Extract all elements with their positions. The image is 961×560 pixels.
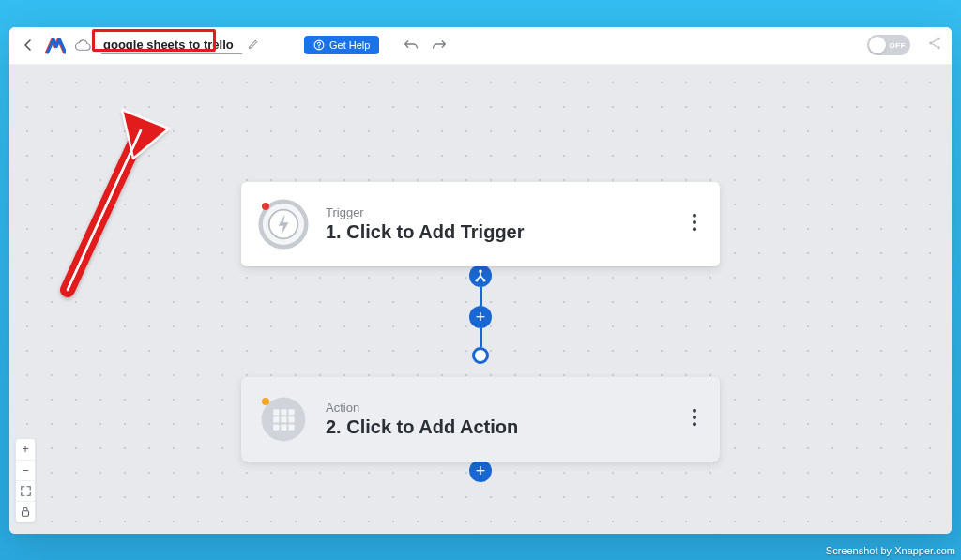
svg-point-4 (937, 46, 940, 50)
connector-1: + (469, 266, 492, 377)
svg-point-1 (318, 47, 319, 48)
svg-point-28 (693, 408, 696, 412)
svg-point-12 (693, 213, 696, 217)
svg-point-3 (937, 37, 940, 40)
undo-button[interactable] (404, 37, 419, 53)
toggle-knob-icon (869, 37, 886, 53)
kebab-icon (692, 213, 697, 232)
zoom-out-button[interactable]: − (16, 460, 35, 480)
open-node-button[interactable] (472, 347, 489, 364)
app-logo (45, 35, 66, 55)
share-button[interactable] (927, 36, 942, 54)
lock-view-button[interactable] (16, 501, 35, 522)
svg-point-30 (693, 422, 696, 426)
workflow-flow: Trigger 1. Click to Add Trigger (241, 182, 720, 482)
workflow-title (101, 36, 259, 54)
svg-line-5 (68, 130, 141, 290)
get-help-button[interactable]: Get Help (304, 36, 379, 54)
cloud-icon (74, 38, 91, 52)
plus-icon: + (476, 462, 486, 479)
trigger-text: Trigger 1. Click to Add Trigger (326, 205, 686, 243)
workflow-title-input[interactable] (101, 36, 242, 54)
svg-rect-24 (288, 416, 294, 422)
svg-rect-20 (281, 409, 286, 415)
redo-icon (432, 38, 447, 50)
arrow-annotation (47, 102, 178, 309)
chevron-left-icon (23, 39, 33, 51)
edit-title-button[interactable] (248, 37, 259, 53)
action-label: Action (326, 401, 686, 415)
action-title: 2. Click to Add Action (326, 416, 686, 438)
undo-redo-group (404, 37, 447, 53)
top-bar: Get Help OFF (9, 27, 952, 65)
svg-rect-21 (288, 409, 294, 415)
route-node-button[interactable] (469, 265, 492, 287)
svg-rect-27 (288, 424, 294, 430)
svg-rect-23 (281, 416, 286, 422)
get-help-label: Get Help (329, 39, 370, 51)
svg-marker-6 (122, 110, 169, 159)
trigger-icon-wrap (258, 199, 309, 250)
trigger-label: Trigger (326, 205, 686, 219)
fit-view-button[interactable] (16, 480, 35, 501)
svg-rect-31 (22, 510, 28, 516)
watermark-text: Screenshot by Xnapper.com (826, 545, 955, 556)
svg-point-13 (693, 220, 696, 224)
trigger-menu-button[interactable] (686, 207, 703, 241)
action-menu-button[interactable] (686, 402, 703, 436)
expand-icon (21, 486, 31, 496)
add-step-end-button[interactable]: + (469, 460, 492, 482)
svg-point-17 (482, 279, 485, 281)
toggle-state-label: OFF (890, 41, 907, 50)
undo-icon (404, 38, 419, 50)
zoom-controls: + − (15, 438, 36, 522)
trigger-card[interactable]: Trigger 1. Click to Add Trigger (241, 182, 720, 266)
svg-line-8 (68, 130, 141, 290)
workflow-enable-toggle[interactable]: OFF (867, 35, 910, 55)
zoom-in-button[interactable]: + (16, 439, 35, 460)
sync-status[interactable] (73, 36, 92, 54)
action-text: Action 2. Click to Add Action (326, 401, 686, 438)
svg-point-16 (475, 279, 478, 281)
lock-icon (21, 507, 30, 517)
kebab-icon (692, 408, 697, 427)
svg-rect-19 (273, 409, 279, 415)
trigger-status-dot (262, 203, 269, 210)
app-window: Get Help OFF (9, 27, 952, 534)
svg-rect-26 (281, 424, 286, 430)
route-icon (473, 268, 488, 283)
action-status-dot (262, 398, 269, 405)
plus-icon: + (476, 309, 486, 325)
svg-point-2 (929, 41, 933, 45)
share-icon (927, 36, 942, 51)
workflow-canvas[interactable]: Trigger 1. Click to Add Trigger (9, 65, 952, 534)
help-icon (313, 39, 325, 51)
svg-rect-22 (273, 416, 279, 422)
add-step-button[interactable]: + (469, 306, 492, 328)
plus-icon: + (22, 442, 29, 456)
redo-button[interactable] (432, 37, 447, 53)
logo-icon (45, 36, 66, 54)
trigger-title: 1. Click to Add Trigger (326, 221, 686, 243)
action-icon-wrap (258, 394, 309, 445)
svg-point-14 (693, 227, 696, 231)
action-card[interactable]: Action 2. Click to Add Action (241, 377, 720, 462)
pencil-icon (248, 38, 259, 50)
svg-point-29 (693, 416, 696, 419)
minus-icon: − (22, 463, 29, 477)
connector-2: + (469, 462, 492, 482)
back-button[interactable] (19, 36, 38, 54)
svg-rect-25 (273, 424, 279, 430)
